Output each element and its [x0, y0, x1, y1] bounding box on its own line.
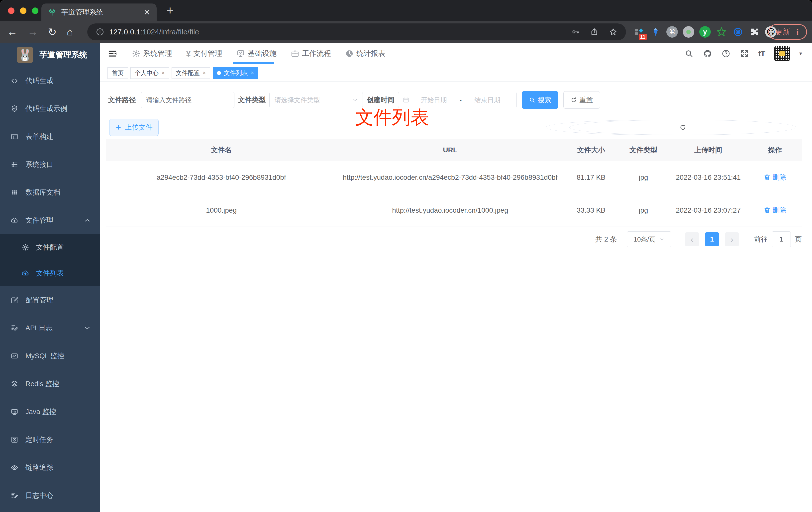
sidebar-item-scheduled-tasks[interactable]: 定时任务 — [0, 426, 100, 454]
minimize-window-button[interactable] — [20, 7, 26, 14]
tag-file-list[interactable]: 文件列表 × — [213, 67, 258, 79]
sidebar-item-db-doc[interactable]: 数据库文档 — [0, 179, 100, 206]
column-header-time: 上传时间 — [668, 145, 748, 155]
share-icon[interactable] — [590, 28, 599, 36]
trash-icon — [764, 207, 771, 214]
extension-badge: 11 — [639, 34, 647, 40]
avatar-caret-down-icon[interactable]: ▾ — [799, 50, 802, 57]
grid-icon — [10, 188, 19, 197]
site-info-icon[interactable] — [96, 28, 104, 36]
code-icon — [10, 77, 19, 85]
menu-payment-management[interactable]: ¥ 支付管理 — [186, 43, 222, 64]
menu-statistics[interactable]: 统计报表 — [345, 43, 385, 64]
file-type-select[interactable]: 请选择文件类型 — [269, 92, 363, 108]
close-tab-icon[interactable]: ✕ — [144, 8, 150, 17]
close-tag-icon[interactable]: × — [251, 70, 254, 76]
reload-icon[interactable]: ↻ — [48, 26, 57, 38]
sidebar-item-code-example[interactable]: 代码生成示例 — [0, 95, 100, 123]
extension-dot-icon[interactable] — [682, 26, 695, 38]
extension-gem-icon[interactable] — [649, 26, 662, 38]
delete-button[interactable]: 删除 — [764, 173, 787, 182]
file-path-input[interactable] — [141, 92, 234, 108]
shield-check-icon — [10, 105, 19, 113]
cell-url: http://test.yudao.iocoder.cn/a294ecb2-73… — [337, 172, 563, 183]
sidebar-item-log-center[interactable]: 日志中心 — [0, 482, 100, 510]
sidebar-subitem-file-list[interactable]: 文件列表 — [0, 260, 100, 286]
sidebar-logo[interactable]: 🐰 芋道管理系统 — [0, 43, 100, 67]
sidebar-fold-icon[interactable] — [108, 49, 117, 58]
menu-infrastructure[interactable]: 基础设施 — [236, 43, 277, 64]
sidebar-item-java-monitor[interactable]: Java 监控 — [0, 398, 100, 426]
page-number-1[interactable]: 1 — [705, 232, 719, 246]
sidebar-item-mysql-monitor[interactable]: MySQL 监控 — [0, 342, 100, 370]
goto-page-input[interactable] — [772, 231, 791, 247]
sidebar-item-system-api[interactable]: 系统接口 — [0, 151, 100, 179]
github-icon[interactable] — [703, 49, 712, 58]
menu-workflow[interactable]: 工作流程 — [291, 43, 331, 64]
monitor-icon — [10, 408, 19, 416]
table-toolbar: 上传文件 — [108, 119, 804, 137]
help-icon[interactable] — [722, 49, 730, 58]
chrome-update-button[interactable]: 更新 ⋮ — [768, 24, 807, 40]
page-size-select[interactable]: 10条/页 — [627, 231, 671, 247]
browser-menu-icon[interactable]: ⋮ — [793, 27, 802, 37]
delete-button[interactable]: 删除 — [764, 205, 787, 215]
start-date-placeholder[interactable]: 开始日期 — [409, 96, 459, 104]
home-icon[interactable]: ⌂ — [66, 26, 73, 38]
chart-icon — [10, 352, 19, 360]
sidebar-item-api-log[interactable]: API 日志 — [0, 314, 100, 342]
close-window-button[interactable] — [8, 7, 14, 14]
red-annotation-label: 文件列表 — [355, 105, 429, 130]
fullscreen-icon[interactable] — [740, 49, 749, 58]
reset-button[interactable]: 重置 — [563, 91, 600, 109]
end-date-placeholder[interactable]: 结束日期 — [463, 96, 512, 104]
address-bar[interactable]: 127.0.0.1:1024/infra/file/file — [87, 24, 626, 40]
infra-monitor-icon — [236, 49, 245, 58]
extensions-puzzle-icon[interactable] — [748, 26, 761, 38]
page-content: 文件路径 文件类型 请选择文件类型 创建时间 开始日期 - 结束日期 搜索 — [100, 82, 812, 512]
active-menu-underline — [233, 62, 274, 64]
search-button[interactable]: 搜索 — [522, 91, 558, 109]
sidebar-item-file-management[interactable]: 文件管理 — [0, 206, 100, 234]
layers-icon — [10, 380, 19, 388]
back-icon[interactable]: ← — [7, 26, 18, 38]
avatar-qr-image[interactable] — [774, 46, 790, 61]
next-page-button[interactable]: › — [725, 232, 739, 246]
tag-home[interactable]: 首页 — [108, 67, 128, 79]
refresh-table-button[interactable] — [569, 120, 796, 135]
extension-star-icon[interactable] — [715, 26, 728, 38]
close-tag-icon[interactable]: × — [203, 70, 206, 76]
plus-icon — [115, 124, 122, 131]
new-tab-button[interactable]: + — [167, 3, 174, 18]
extension-command-icon[interactable]: ⌘ — [666, 26, 678, 38]
extension-eye-icon[interactable] — [732, 26, 744, 38]
sidebar-item-config-management[interactable]: 配置管理 — [0, 286, 100, 314]
sidebar: 🐰 芋道管理系统 代码生成 代码生成示例 表单构建 系统接口 数据库文 — [0, 43, 100, 512]
goto-label: 前往 — [754, 235, 768, 244]
search-icon[interactable] — [685, 49, 694, 58]
upload-file-button[interactable]: 上传文件 — [109, 119, 158, 136]
prev-page-button[interactable]: ‹ — [685, 232, 699, 246]
forward-icon[interactable]: → — [27, 26, 38, 38]
sidebar-item-redis-monitor[interactable]: Redis 监控 — [0, 370, 100, 398]
bookmark-star-icon[interactable] — [609, 28, 617, 36]
sidebar-item-code-generation[interactable]: 代码生成 — [0, 67, 100, 95]
sidebar-subitem-file-config[interactable]: 文件配置 — [0, 234, 100, 260]
browser-tab[interactable]: 芋道管理系统 ✕ — [41, 3, 156, 21]
password-key-icon[interactable] — [571, 28, 580, 36]
sidebar-item-trace[interactable]: 链路追踪 — [0, 454, 100, 482]
extension-grid-diamond-icon[interactable]: 11 — [633, 26, 645, 38]
cell-type: jpg — [618, 174, 668, 181]
close-tag-icon[interactable]: × — [162, 70, 165, 76]
font-size-icon[interactable]: tT — [758, 49, 765, 58]
menu-system-management[interactable]: 系统管理 — [132, 43, 172, 64]
sidebar-item-form-builder[interactable]: 表单构建 — [0, 123, 100, 151]
zoom-window-button[interactable] — [32, 7, 38, 14]
filter-form: 文件路径 文件类型 请选择文件类型 创建时间 开始日期 - 结束日期 搜索 — [108, 91, 812, 109]
yen-icon: ¥ — [186, 49, 191, 59]
url-text[interactable]: 127.0.0.1:1024/infra/file/file — [109, 28, 199, 36]
tag-file-config[interactable]: 文件配置 × — [172, 67, 210, 79]
tag-profile[interactable]: 个人中心 × — [130, 67, 169, 79]
cell-filename: 1000.jpeg — [106, 206, 337, 214]
extension-y-icon[interactable]: y — [699, 26, 711, 38]
